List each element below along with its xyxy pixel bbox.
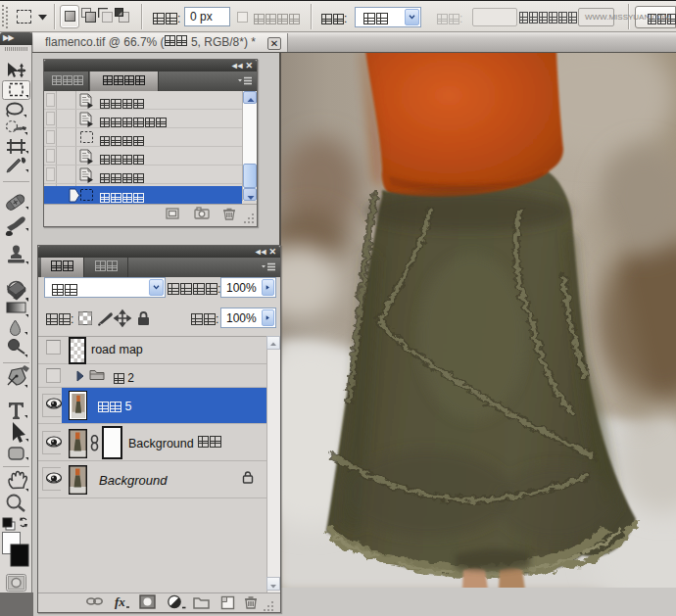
svg-text:fx: fx xyxy=(115,594,125,609)
